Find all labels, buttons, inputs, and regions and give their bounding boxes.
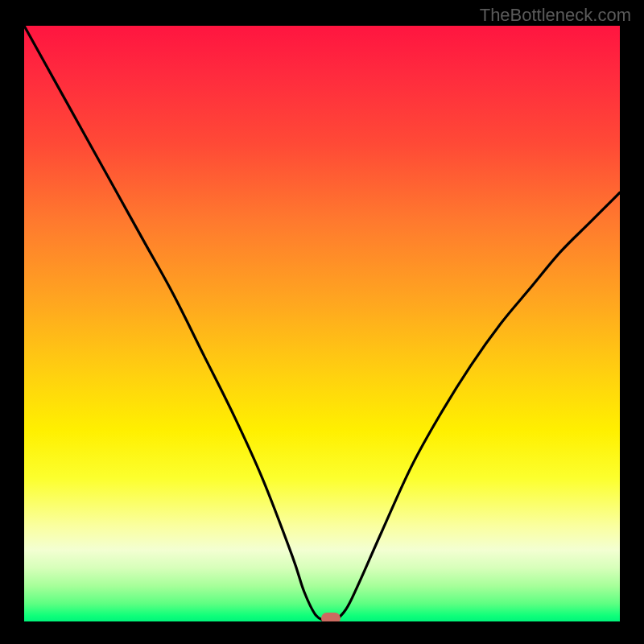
watermark-text: TheBottleneck.com: [480, 5, 631, 26]
bottleneck-curve: [24, 26, 620, 621]
optimal-marker: [321, 613, 341, 621]
plot-area: [24, 26, 620, 621]
chart-frame: TheBottleneck.com: [0, 0, 644, 644]
